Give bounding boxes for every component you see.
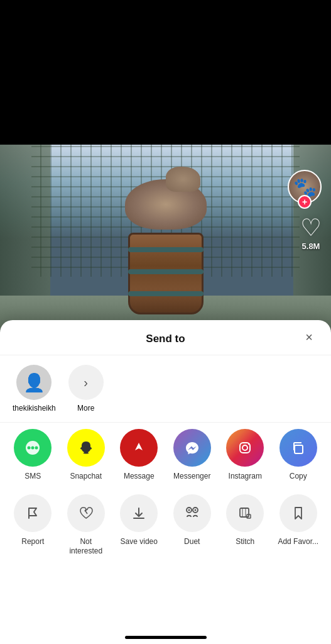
flag-svg [24,504,41,522]
more-label: More [77,404,94,413]
broken-heart-svg [77,504,95,522]
svg-point-7 [248,443,249,445]
messenger-icon [173,429,211,467]
friend-name: thekikisheikh [13,404,56,413]
capybara-head [166,167,200,192]
close-button[interactable]: × [300,328,318,347]
save-video-icon [120,494,158,532]
message-label: Message [124,472,155,482]
svg-point-1 [28,447,31,450]
send-to-sheet: Send to × 👤 thekikisheikh › More [0,320,331,644]
svg-rect-14 [240,508,249,517]
sms-icon [14,429,52,467]
friend-avatar: 👤 [16,365,52,400]
report-icon [14,494,52,532]
more-contacts-icon[interactable]: › [68,365,104,400]
message-icon [120,429,158,467]
follow-plus-badge[interactable]: + [298,195,312,209]
instagram-icon [226,429,264,467]
share-apps-row-1: SMS Snapchat Message [0,423,331,488]
like-container[interactable]: ♡ 5.8M [300,214,322,251]
duet-label: Duet [184,537,200,547]
sms-label: SMS [24,472,41,482]
share-duet[interactable]: Duet [166,488,219,553]
stitch-label: Stitch [236,537,254,547]
snapchat-icon [67,429,105,467]
snapchat-label: Snapchat [70,472,102,482]
avatar-icon: 👤 [23,372,45,393]
share-add-favorites[interactable]: Add Favor... [272,488,325,553]
duet-svg [183,504,201,522]
svg-point-11 [188,509,190,511]
bookmark-svg [290,504,307,522]
share-report[interactable]: Report [6,488,60,553]
copy-label: Copy [290,472,307,482]
svg-rect-8 [295,445,303,453]
sms-svg [23,438,43,458]
chevron-right-icon: › [84,375,88,390]
sheet-title: Send to [146,333,185,345]
black-top-area [0,0,331,145]
close-icon: × [305,330,313,345]
share-sms[interactable]: SMS [6,423,60,488]
svg-point-13 [194,509,196,511]
share-instagram[interactable]: Instagram [219,423,272,488]
profile-container[interactable]: 🐾 + [288,170,322,204]
share-not-interested[interactable]: Not interested [60,488,113,563]
friends-row: 👤 thekikisheikh › More [0,355,331,423]
snapchat-svg [76,438,96,458]
copy-icon-circle [279,429,317,467]
share-stitch[interactable]: Stitch [219,488,272,553]
share-save-video[interactable]: Save video [112,488,166,553]
share-snapchat[interactable]: Snapchat [60,423,113,488]
copy-svg [288,438,308,458]
capybara-animal [125,179,207,242]
not-interested-icon [67,494,105,532]
more-contacts-item[interactable]: › More [68,365,104,413]
share-apps-row-2: Report Not interested Save video [0,488,331,563]
download-svg [130,504,148,522]
svg-marker-4 [135,443,143,450]
stitch-svg [236,504,254,522]
barrel-ring-bot [128,291,203,296]
home-indicator [125,636,207,639]
instagram-label: Instagram [229,472,262,482]
svg-point-6 [242,445,247,450]
share-messenger[interactable]: Messenger [166,423,219,488]
add-favorites-label: Add Favor... [278,537,318,547]
stitch-icon [226,494,264,532]
share-copy[interactable]: Copy [272,423,325,488]
instagram-svg [235,438,255,458]
video-frame[interactable]: 🐾 + ♡ 5.8M [0,145,331,333]
capybara-body [125,179,207,230]
barrel-ring-mid [128,269,203,274]
message-svg [129,438,149,458]
friend-item-thekiki[interactable]: 👤 thekikisheikh [13,365,56,413]
not-interested-label: Not interested [63,537,110,557]
barrel-ring-top [128,247,203,252]
share-message[interactable]: Message [112,423,166,488]
save-video-label: Save video [121,537,158,547]
svg-point-2 [31,447,35,450]
wooden-barrel [128,233,203,314]
svg-point-3 [35,447,38,450]
report-label: Report [21,537,44,547]
messenger-svg [182,438,202,458]
heart-icon[interactable]: ♡ [300,214,322,242]
sheet-header: Send to × [0,320,331,355]
duet-icon [173,494,211,532]
messenger-label: Messenger [173,472,210,482]
add-favorites-icon [279,494,317,532]
like-count: 5.8M [302,242,320,251]
